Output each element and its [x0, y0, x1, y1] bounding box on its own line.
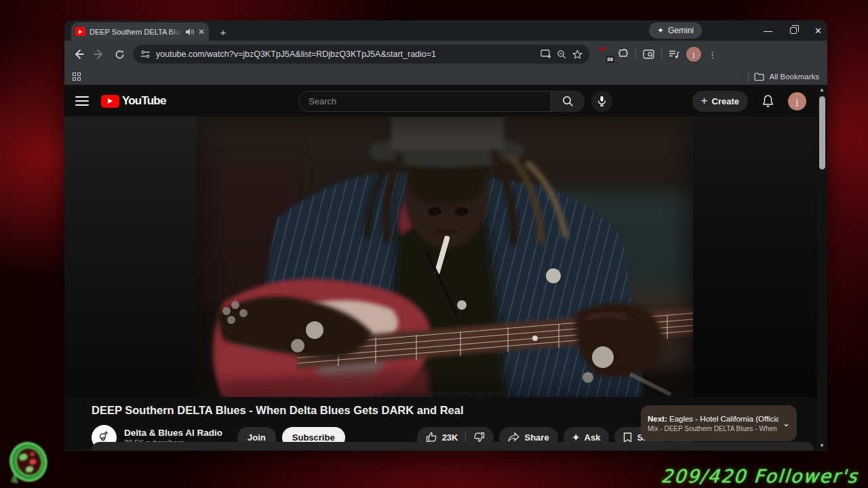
browser-toolbar: youtube.com/watch?v=jbzQ3KTpJ5A&list=RDj… [64, 41, 827, 68]
scroll-up-arrow[interactable]: ▲ [819, 87, 825, 93]
toolbar-separator [635, 49, 636, 60]
tab-strip: DEEP Southern DELTA Blues ✕ + ✦ Gemini —… [64, 20, 827, 41]
player-letterbox-left [64, 117, 196, 397]
voice-search-icon[interactable] [591, 91, 612, 112]
search-input[interactable] [309, 96, 541, 106]
search-button[interactable] [551, 91, 585, 112]
gemini-label: Gemini [668, 26, 694, 35]
thumbs-down-icon [473, 432, 485, 443]
browser-profile-avatar[interactable]: j [686, 47, 701, 62]
save-share-icon[interactable] [540, 49, 551, 59]
back-icon[interactable] [70, 45, 87, 63]
scrollbar-thumb[interactable] [819, 96, 825, 169]
video-still-blues-guitarist [196, 117, 693, 397]
apps-grid-icon[interactable] [73, 73, 81, 81]
restore-button[interactable] [790, 27, 797, 34]
create-label: Create [712, 96, 739, 106]
new-tab-button[interactable]: + [216, 25, 230, 39]
youtube-page: YouTube + Create [64, 85, 817, 450]
bookmarks-separator [748, 71, 749, 82]
scroll-down-arrow[interactable]: ▼ [819, 443, 825, 449]
youtube-logo[interactable]: YouTube [101, 94, 166, 108]
youtube-wordmark: YouTube [122, 94, 166, 108]
playlist-music-icon[interactable] [669, 49, 679, 59]
playlist-name: Mix - DEEP Southern DELTA Blues - When D… [648, 425, 778, 432]
plus-icon: + [701, 94, 708, 108]
hamburger-menu-icon[interactable] [75, 96, 89, 105]
reload-icon[interactable] [111, 45, 128, 63]
forward-icon[interactable] [90, 45, 108, 63]
next-up-panel[interactable]: Next: Eagles - Hotel California (Officia… [641, 405, 797, 441]
browser-menu-kebab-icon[interactable]: ⋮ [708, 49, 717, 60]
youtube-play-icon [101, 95, 119, 108]
window-controls: — ✕ [764, 20, 822, 41]
ask-spark-icon: ✦ [572, 432, 580, 443]
tab-audio-icon[interactable] [186, 28, 194, 35]
extensions-puzzle-icon[interactable] [618, 49, 629, 60]
url-text[interactable]: youtube.com/watch?v=jbzQ3KTpJ5A&list=RDj… [156, 49, 535, 59]
minimize-button[interactable]: — [764, 26, 772, 35]
youtube-header: YouTube + Create [64, 85, 817, 117]
toolbar-separator [661, 49, 662, 60]
follower-counter: 209/420 Follower's [660, 466, 859, 487]
search-box[interactable] [298, 91, 551, 112]
streamer-speaker-logo [3, 438, 52, 487]
youtube-profile-avatar[interactable]: j [788, 92, 806, 110]
bookmark-icon [623, 432, 632, 443]
thumbs-up-icon [426, 432, 437, 443]
downloader-extension-icon[interactable]: 38 [599, 48, 611, 60]
ask-label: Ask [585, 432, 601, 443]
gemini-button[interactable]: ✦ Gemini [649, 22, 702, 39]
video-frame[interactable] [196, 117, 693, 397]
extension-badge: 38 [606, 56, 614, 63]
tab-close-icon[interactable]: ✕ [198, 27, 205, 37]
address-bar[interactable]: youtube.com/watch?v=jbzQ3KTpJ5A&list=RDj… [134, 45, 589, 64]
chevron-down-icon[interactable]: ⌄ [783, 418, 790, 428]
close-window-button[interactable]: ✕ [814, 26, 822, 35]
gemini-spark-icon: ✦ [657, 26, 664, 35]
create-button[interactable]: + Create [692, 91, 748, 112]
dislike-button[interactable] [466, 432, 494, 443]
zoom-out-icon[interactable] [557, 49, 567, 60]
desktop-background: DEEP Southern DELTA Blues ✕ + ✦ Gemini —… [0, 0, 868, 488]
browser-tab[interactable]: DEEP Southern DELTA Blues ✕ [71, 22, 209, 41]
share-icon [508, 432, 519, 442]
video-player[interactable] [64, 117, 817, 397]
folder-icon [754, 73, 764, 81]
side-search-icon[interactable] [643, 49, 654, 59]
like-count: 23K [442, 432, 458, 443]
bookmarks-bar: All Bookmarks [64, 68, 827, 85]
tab-title: DEEP Southern DELTA Blues [90, 28, 182, 36]
player-letterbox-right [693, 117, 817, 397]
share-label: Share [524, 432, 549, 443]
channel-name[interactable]: Delta & Blues AI Radio [124, 428, 222, 438]
page-scrollbar[interactable]: ▲ ▼ [817, 85, 827, 450]
site-settings-tune-icon[interactable] [140, 50, 151, 58]
bookmark-star-icon[interactable] [572, 49, 583, 60]
next-video-title: Next: Eagles - Hotel California (Officia… [648, 415, 778, 423]
all-bookmarks-button[interactable]: All Bookmarks [770, 73, 820, 81]
description-box-edge[interactable] [92, 442, 814, 450]
notifications-bell-icon[interactable] [762, 94, 774, 108]
browser-window: DEEP Southern DELTA Blues ✕ + ✦ Gemini —… [64, 20, 827, 451]
youtube-favicon-icon [75, 27, 85, 36]
toolbar-extensions-area: 38 j ⋮ [599, 47, 717, 62]
like-button[interactable]: 23K [417, 432, 466, 443]
